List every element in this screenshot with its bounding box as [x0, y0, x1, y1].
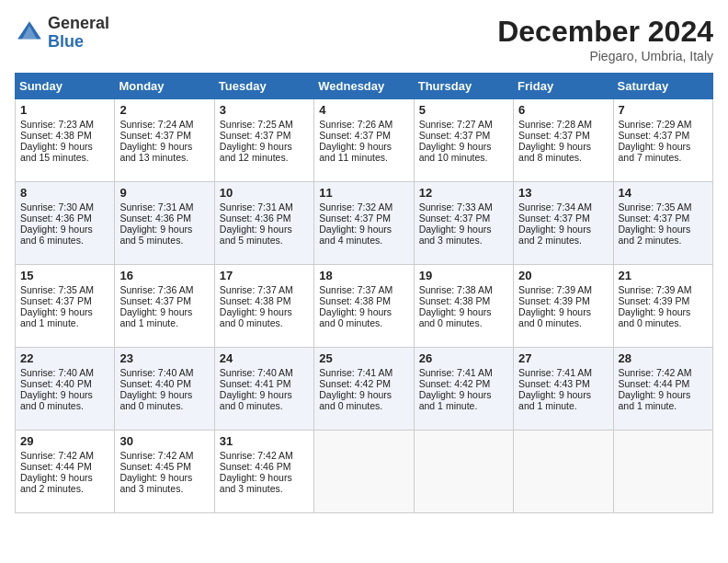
daylight-label: Daylight: 9 hours and 15 minutes. — [20, 141, 93, 163]
sunset-label: Sunset: 4:37 PM — [619, 130, 690, 141]
day-number: 10 — [220, 186, 309, 200]
calendar-cell: 25 Sunrise: 7:41 AM Sunset: 4:42 PM Dayl… — [314, 348, 414, 431]
sunset-label: Sunset: 4:37 PM — [220, 130, 291, 141]
day-number: 30 — [119, 434, 209, 448]
day-number: 6 — [518, 103, 608, 117]
sunset-label: Sunset: 4:36 PM — [220, 213, 291, 224]
sunset-label: Sunset: 4:39 PM — [518, 295, 590, 306]
day-number: 23 — [119, 351, 209, 365]
daylight-label: Daylight: 9 hours and 2 minutes. — [518, 224, 591, 246]
sunrise-label: Sunrise: 7:33 AM — [419, 201, 493, 213]
daylight-label: Daylight: 9 hours and 0 minutes. — [419, 306, 492, 328]
sunset-label: Sunset: 4:37 PM — [619, 213, 690, 224]
logo-text: General Blue — [48, 15, 109, 52]
sunset-label: Sunset: 4:38 PM — [220, 295, 291, 306]
sunset-label: Sunset: 4:37 PM — [518, 130, 590, 141]
daylight-label: Daylight: 9 hours and 3 minutes. — [119, 472, 192, 494]
day-number: 28 — [619, 351, 708, 365]
calendar-cell — [314, 431, 414, 513]
day-number: 1 — [20, 103, 109, 117]
sunrise-label: Sunrise: 7:37 AM — [319, 284, 392, 295]
sunrise-label: Sunrise: 7:24 AM — [119, 119, 193, 130]
calendar-cell: 31 Sunrise: 7:42 AM Sunset: 4:46 PM Dayl… — [214, 431, 313, 513]
day-number: 27 — [518, 351, 608, 365]
calendar-cell: 27 Sunrise: 7:41 AM Sunset: 4:43 PM Dayl… — [514, 348, 613, 431]
daylight-label: Daylight: 9 hours and 0 minutes. — [619, 306, 691, 328]
daylight-label: Daylight: 9 hours and 8 minutes. — [518, 141, 591, 163]
sunset-label: Sunset: 4:37 PM — [20, 295, 92, 306]
calendar-cell: 2 Sunrise: 7:24 AM Sunset: 4:37 PM Dayli… — [115, 99, 214, 182]
daylight-label: Daylight: 9 hours and 3 minutes. — [220, 472, 292, 494]
calendar-week-row: 1 Sunrise: 7:23 AM Sunset: 4:38 PM Dayli… — [16, 99, 713, 182]
location-subtitle: Piegaro, Umbria, Italy — [497, 49, 713, 63]
daylight-label: Daylight: 9 hours and 1 minute. — [419, 389, 492, 411]
sunset-label: Sunset: 4:44 PM — [619, 378, 690, 389]
sunrise-label: Sunrise: 7:41 AM — [518, 367, 592, 378]
sunset-label: Sunset: 4:37 PM — [119, 130, 191, 141]
day-number: 24 — [220, 351, 309, 365]
calendar-table: SundayMondayTuesdayWednesdayThursdayFrid… — [15, 73, 713, 513]
daylight-label: Daylight: 9 hours and 6 minutes. — [20, 224, 93, 246]
calendar-cell: 3 Sunrise: 7:25 AM Sunset: 4:37 PM Dayli… — [214, 99, 313, 182]
day-number: 5 — [419, 103, 508, 117]
calendar-cell: 4 Sunrise: 7:26 AM Sunset: 4:37 PM Dayli… — [314, 99, 414, 182]
logo-general: General — [48, 15, 109, 33]
daylight-label: Daylight: 9 hours and 13 minutes. — [119, 141, 192, 163]
daylight-label: Daylight: 9 hours and 0 minutes. — [220, 306, 292, 328]
calendar-cell: 24 Sunrise: 7:40 AM Sunset: 4:41 PM Dayl… — [214, 348, 313, 431]
daylight-label: Daylight: 9 hours and 0 minutes. — [518, 306, 591, 328]
col-header-tuesday: Tuesday — [214, 74, 313, 99]
col-header-sunday: Sunday — [16, 74, 115, 99]
calendar-cell: 11 Sunrise: 7:32 AM Sunset: 4:37 PM Dayl… — [314, 182, 414, 265]
daylight-label: Daylight: 9 hours and 0 minutes. — [20, 389, 93, 411]
sunset-label: Sunset: 4:39 PM — [619, 295, 690, 306]
sunrise-label: Sunrise: 7:37 AM — [220, 284, 293, 295]
sunset-label: Sunset: 4:40 PM — [20, 378, 92, 389]
sunrise-label: Sunrise: 7:39 AM — [619, 284, 692, 295]
daylight-label: Daylight: 9 hours and 10 minutes. — [419, 141, 492, 163]
sunrise-label: Sunrise: 7:28 AM — [518, 119, 592, 130]
calendar-header-row: SundayMondayTuesdayWednesdayThursdayFrid… — [16, 74, 713, 99]
calendar-cell: 21 Sunrise: 7:39 AM Sunset: 4:39 PM Dayl… — [613, 265, 712, 348]
col-header-wednesday: Wednesday — [314, 74, 414, 99]
day-number: 2 — [119, 103, 209, 117]
sunset-label: Sunset: 4:37 PM — [319, 130, 391, 141]
calendar-cell: 14 Sunrise: 7:35 AM Sunset: 4:37 PM Dayl… — [613, 182, 712, 265]
sunset-label: Sunset: 4:37 PM — [419, 213, 491, 224]
calendar-week-row: 22 Sunrise: 7:40 AM Sunset: 4:40 PM Dayl… — [16, 348, 713, 431]
sunset-label: Sunset: 4:41 PM — [220, 378, 291, 389]
daylight-label: Daylight: 9 hours and 12 minutes. — [220, 141, 292, 163]
sunset-label: Sunset: 4:38 PM — [20, 130, 92, 141]
sunset-label: Sunset: 4:40 PM — [119, 378, 191, 389]
sunset-label: Sunset: 4:36 PM — [119, 213, 191, 224]
sunrise-label: Sunrise: 7:23 AM — [20, 119, 94, 130]
calendar-cell: 13 Sunrise: 7:34 AM Sunset: 4:37 PM Dayl… — [514, 182, 613, 265]
day-number: 19 — [419, 269, 508, 282]
daylight-label: Daylight: 9 hours and 0 minutes. — [319, 389, 392, 411]
calendar-cell: 18 Sunrise: 7:37 AM Sunset: 4:38 PM Dayl… — [314, 265, 414, 348]
daylight-label: Daylight: 9 hours and 1 minute. — [619, 389, 691, 411]
calendar-week-row: 15 Sunrise: 7:35 AM Sunset: 4:37 PM Dayl… — [16, 265, 713, 348]
calendar-cell — [514, 431, 613, 513]
sunrise-label: Sunrise: 7:42 AM — [20, 450, 94, 461]
sunrise-label: Sunrise: 7:42 AM — [619, 367, 692, 378]
calendar-cell: 26 Sunrise: 7:41 AM Sunset: 4:42 PM Dayl… — [414, 348, 513, 431]
daylight-label: Daylight: 9 hours and 2 minutes. — [619, 224, 691, 246]
day-number: 15 — [20, 269, 109, 282]
logo: General Blue — [15, 15, 109, 52]
daylight-label: Daylight: 9 hours and 0 minutes. — [220, 389, 292, 411]
sunrise-label: Sunrise: 7:36 AM — [119, 284, 193, 295]
sunset-label: Sunset: 4:43 PM — [518, 378, 590, 389]
calendar-week-row: 29 Sunrise: 7:42 AM Sunset: 4:44 PM Dayl… — [16, 431, 713, 513]
day-number: 20 — [518, 269, 608, 282]
calendar-cell — [414, 431, 513, 513]
daylight-label: Daylight: 9 hours and 1 minute. — [518, 389, 591, 411]
sunrise-label: Sunrise: 7:27 AM — [419, 119, 493, 130]
daylight-label: Daylight: 9 hours and 1 minute. — [119, 306, 192, 328]
sunrise-label: Sunrise: 7:35 AM — [619, 201, 692, 213]
sunset-label: Sunset: 4:38 PM — [419, 295, 491, 306]
day-number: 18 — [319, 269, 408, 282]
sunrise-label: Sunrise: 7:40 AM — [119, 367, 193, 378]
calendar-cell: 8 Sunrise: 7:30 AM Sunset: 4:36 PM Dayli… — [16, 182, 115, 265]
calendar-cell: 7 Sunrise: 7:29 AM Sunset: 4:37 PM Dayli… — [613, 99, 712, 182]
